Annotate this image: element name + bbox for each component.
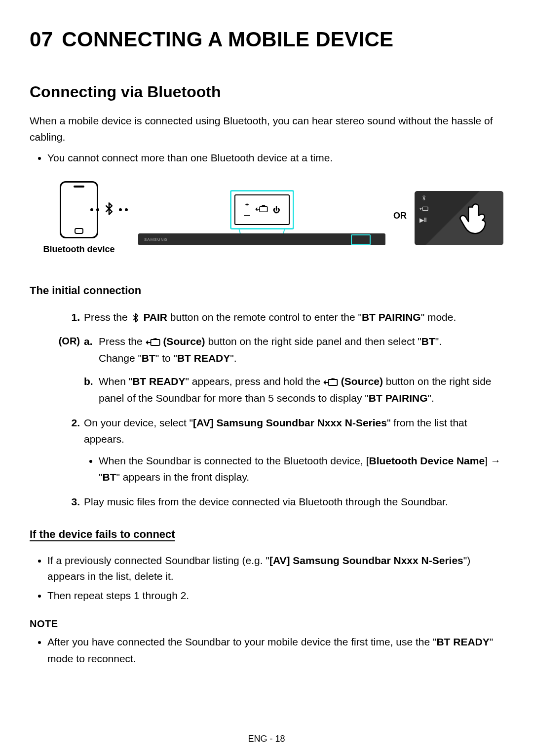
step-number: 3. [71, 493, 80, 510]
section-intro: When a mobile device is connected using … [30, 113, 503, 145]
fails-bullets: If a previously connected Soundbar listi… [30, 553, 503, 604]
diagram: Bluetooth device +— [30, 181, 503, 255]
bullet-item: If a previously connected Soundbar listi… [47, 553, 503, 585]
soundbar-body: SAMSUNG [138, 233, 385, 245]
sub-heading-fails: If the device fails to connect [30, 528, 503, 541]
step-letter: b. [84, 373, 93, 390]
soundbar-brand: SAMSUNG [144, 237, 167, 242]
panel-source-icon [419, 206, 428, 212]
svg-rect-2 [151, 340, 159, 345]
source-icon [255, 205, 268, 215]
svg-rect-3 [328, 379, 337, 385]
step-b: b. When "BT READY" appears, press and ho… [84, 373, 503, 406]
chapter-title: CONNECTING A MOBILE DEVICE [62, 28, 393, 51]
step-number: 1. [71, 309, 80, 326]
bluetooth-caption: Bluetooth device [43, 244, 114, 255]
hand-icon [457, 200, 495, 238]
step-3: 3. Play music files from the device conn… [30, 493, 503, 510]
diagram-phone-block: Bluetooth device [30, 181, 128, 255]
step-1: 1. Press the PAIR button on the remote c… [30, 309, 503, 326]
step-2: 2. On your device, select "[AV] Samsung … [30, 415, 503, 486]
page-footer: ENG - 18 [0, 734, 533, 744]
sub-heading-initial: The initial connection [30, 284, 503, 297]
section-title: Connecting via Bluetooth [30, 83, 503, 101]
soundbar-diagram: +— ⏻ SAMSUNG [138, 190, 385, 245]
volume-icon: +— [244, 201, 250, 218]
or-label: OR [393, 211, 407, 221]
bullet-item: Then repeat steps 1 through 2. [47, 588, 503, 604]
note-bullets: After you have connected the Soundbar to… [30, 634, 503, 667]
page-title: 07CONNECTING A MOBILE DEVICE [30, 28, 503, 51]
source-icon [323, 378, 338, 387]
source-icon [146, 338, 160, 347]
panel-play-icon: ▶Ⅱ [419, 217, 428, 224]
step-number: 2. [71, 415, 80, 431]
svg-rect-1 [422, 207, 428, 211]
section-bullets: You cannot connect more than one Bluetoo… [30, 150, 503, 166]
bullet-item: After you have connected the Soundbar to… [47, 634, 503, 667]
bluetooth-signal [90, 202, 128, 218]
step-a: a. Press the (Source) button on the righ… [84, 333, 503, 366]
manual-page: 07CONNECTING A MOBILE DEVICE Connecting … [0, 0, 533, 756]
bluetooth-pair-icon [131, 313, 141, 323]
steps-initial: 1. Press the PAIR button on the remote c… [30, 309, 503, 510]
bullet-item: You cannot connect more than one Bluetoo… [47, 150, 503, 166]
power-icon: ⏻ [273, 206, 280, 214]
step-or: (OR) a. Press the (Source) button on the… [30, 333, 503, 406]
svg-rect-0 [260, 206, 267, 211]
sub-bullet: When the Soundbar is connected to the Bl… [99, 453, 503, 486]
or-marker: (OR) [59, 333, 80, 349]
note-heading: NOTE [30, 618, 503, 630]
panel-icons: ▶Ⅱ [419, 195, 428, 224]
panel-bt-pair-icon [419, 195, 428, 201]
zoom-callout: +— ⏻ [230, 190, 294, 229]
bluetooth-icon [102, 202, 116, 218]
zoom-source-region [351, 234, 371, 245]
step-letter: a. [84, 333, 93, 350]
touch-panel-diagram: ▶Ⅱ [415, 191, 503, 245]
chapter-number: 07 [30, 28, 53, 51]
diagram-right: +— ⏻ SAMSUNG [138, 190, 503, 245]
